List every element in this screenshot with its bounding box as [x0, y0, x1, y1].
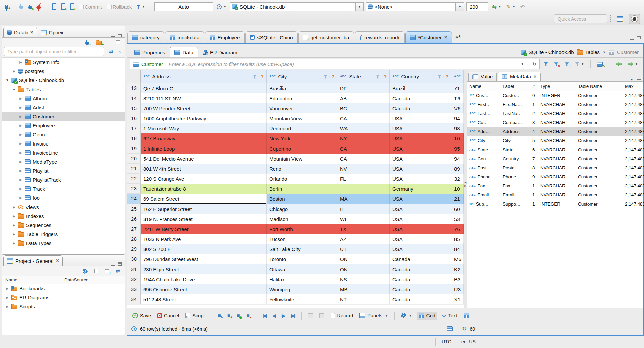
- chevron-collapsed-icon[interactable]: ▶: [19, 196, 23, 200]
- table-row[interactable]: 161600 Amphitheatre ParkwayMountain View…: [127, 113, 464, 123]
- cell[interactable]: Orlando: [267, 174, 337, 184]
- tree-item-tables[interactable]: ▼Tables: [2, 85, 125, 94]
- meta-column-table-name[interactable]: Table Name: [576, 84, 623, 89]
- project-link-button[interactable]: ⇄: [114, 267, 121, 275]
- chevron-collapsed-icon[interactable]: ▶: [19, 142, 23, 146]
- table-row[interactable]: 2469 Salem StreetBostonMAUSA21: [127, 194, 464, 204]
- row-number[interactable]: 23: [127, 184, 141, 194]
- connection-select[interactable]: SQLite - Chinook.db ▼: [230, 2, 364, 11]
- maximize-icon[interactable]: [118, 262, 122, 266]
- tree-item-artist[interactable]: ▶Artist: [2, 103, 125, 112]
- goto-row-button[interactable]: [306, 312, 315, 319]
- chevron-collapsed-icon[interactable]: ▶: [12, 205, 16, 209]
- cell[interactable]: 162 E Superior Street: [141, 204, 267, 214]
- cell[interactable]: B3: [451, 274, 464, 284]
- row-number[interactable]: 27: [127, 224, 141, 234]
- text-mode-button[interactable]: <>Text: [440, 312, 459, 320]
- cell[interactable]: FL: [337, 174, 390, 184]
- forward-button[interactable]: ▼: [626, 61, 639, 67]
- metadata-row-custo[interactable]: Cus…Custo…0INTEGERCustomer2,147,483: [467, 91, 643, 100]
- cell[interactable]: 89: [451, 164, 464, 174]
- save-button[interactable]: Save: [131, 312, 153, 320]
- cell[interactable]: 76: [451, 224, 464, 234]
- cell[interactable]: IL: [337, 204, 390, 214]
- chevron-collapsed-icon[interactable]: ▶: [19, 178, 23, 182]
- remove-filter-button[interactable]: ✕: [553, 60, 560, 68]
- chevron-collapsed-icon[interactable]: ▶: [12, 69, 16, 73]
- cell[interactable]: 32: [451, 174, 464, 184]
- column-sort-controls[interactable]: ↑?: [437, 74, 448, 79]
- cell[interactable]: Vancouver: [267, 103, 337, 113]
- cell[interactable]: BC: [337, 103, 390, 113]
- nav-new-folder-button[interactable]: +: [94, 38, 103, 46]
- row-number[interactable]: 18: [127, 133, 141, 143]
- column-header-country[interactable]: Country↑?: [390, 70, 451, 83]
- sql-filter-input[interactable]: Enter a SQL expression to filter results…: [169, 61, 294, 67]
- cell[interactable]: Canada: [390, 254, 451, 264]
- cell[interactable]: Mountain View: [267, 113, 337, 123]
- cell[interactable]: Fort Worth: [267, 224, 337, 234]
- cell[interactable]: Chicago: [267, 204, 337, 214]
- connection-dropdown-button[interactable]: ▼: [355, 3, 363, 11]
- previous-page-button[interactable]: ◀: [271, 312, 277, 320]
- cell[interactable]: AB: [337, 93, 390, 103]
- metadata-row-address[interactable]: Add…Address4NVARCHARCustomer2,147,483: [467, 127, 643, 136]
- chevron-expanded-icon[interactable]: ▼: [12, 88, 16, 91]
- tree-item-views[interactable]: ▶Views: [2, 202, 125, 212]
- new-connection-button[interactable]: +: [3, 3, 10, 10]
- editor-tab-customer[interactable]: *Customer✕: [405, 31, 452, 43]
- metadata-row-email[interactable]: EmailEmail1NVARCHARCustomer2,147,483: [467, 190, 643, 199]
- panels-button[interactable]: Panels▼: [358, 312, 389, 320]
- tab-project-general[interactable]: Project - General ✕: [3, 255, 63, 266]
- row-number[interactable]: 20: [127, 154, 141, 164]
- connect-button[interactable]: [18, 3, 24, 10]
- table-row[interactable]: 345112 48 StreetYellowknifeNTCanadaX1: [127, 294, 464, 304]
- close-icon[interactable]: ✕: [533, 74, 537, 79]
- metadata-row-country[interactable]: Cou…Country7NVARCHARCustomer2,147,483: [467, 154, 643, 163]
- cell[interactable]: Mountain View: [267, 154, 337, 164]
- row-number[interactable]: 30: [127, 254, 141, 264]
- editor-tab-rewards-report[interactable]: rewards_report(: [355, 31, 405, 43]
- chevron-collapsed-icon[interactable]: ▶: [12, 241, 16, 245]
- project-item-scripts[interactable]: ▶Scripts: [2, 302, 125, 311]
- cell[interactable]: CA: [337, 113, 390, 123]
- cell[interactable]: 801 W 4th Street: [141, 164, 267, 174]
- filter-history-dropdown[interactable]: ▼: [518, 59, 526, 69]
- cell[interactable]: NT: [337, 294, 390, 304]
- tree-item-playlist[interactable]: ▶Playlist: [2, 166, 125, 175]
- cell[interactable]: Halifax: [267, 274, 337, 284]
- subtab-properties[interactable]: Properties: [129, 47, 170, 57]
- focus-cell-button[interactable]: [318, 312, 326, 319]
- minimize-icon[interactable]: [111, 265, 115, 266]
- filter-menu-button[interactable]: ▼: [574, 61, 585, 67]
- row-number[interactable]: 25: [127, 204, 141, 214]
- meta-column-max[interactable]: Max: [623, 84, 644, 89]
- tab-metadata[interactable]: MetaData ✕: [498, 72, 541, 81]
- cell[interactable]: CA: [337, 154, 390, 164]
- chevron-collapsed-icon[interactable]: ▶: [19, 151, 23, 155]
- back-button[interactable]: [614, 61, 623, 67]
- project-expand-button[interactable]: +: [104, 267, 110, 275]
- cell[interactable]: ON: [337, 264, 390, 274]
- script-button[interactable]: Script: [184, 312, 206, 320]
- maximize-icon[interactable]: [118, 34, 122, 37]
- row-number[interactable]: 34: [127, 294, 141, 304]
- cell[interactable]: USA: [390, 204, 451, 214]
- table-row[interactable]: 31230 Elgin StreetOttawaONCanadaK2: [127, 264, 464, 274]
- cell[interactable]: USA: [390, 133, 451, 143]
- undo-button[interactable]: ↶: [519, 3, 526, 11]
- fetch-size-input[interactable]: 200: [466, 2, 488, 11]
- row-number[interactable]: 16: [127, 113, 141, 123]
- table-row[interactable]: 33696 Osborne StreetWinnipegMBCanadaR3: [127, 284, 464, 294]
- cell[interactable]: R3: [451, 284, 464, 294]
- chevron-collapsed-icon[interactable]: ▶: [12, 214, 16, 218]
- cell[interactable]: TX: [337, 224, 390, 234]
- meta-column-label[interactable]: Label: [500, 84, 530, 89]
- tree-item-playlisttrack[interactable]: ▶PlaylistTrack: [2, 175, 125, 184]
- cell[interactable]: 541 Del Medio Avenue: [141, 154, 267, 164]
- cell[interactable]: DF: [337, 83, 390, 93]
- cell[interactable]: 120 S Orange Ave: [141, 174, 267, 184]
- cell[interactable]: AZ: [337, 234, 390, 244]
- timezone-indicator[interactable]: UTC: [442, 339, 451, 344]
- navigator-filter-input[interactable]: Type part of object name to filter: [4, 47, 104, 56]
